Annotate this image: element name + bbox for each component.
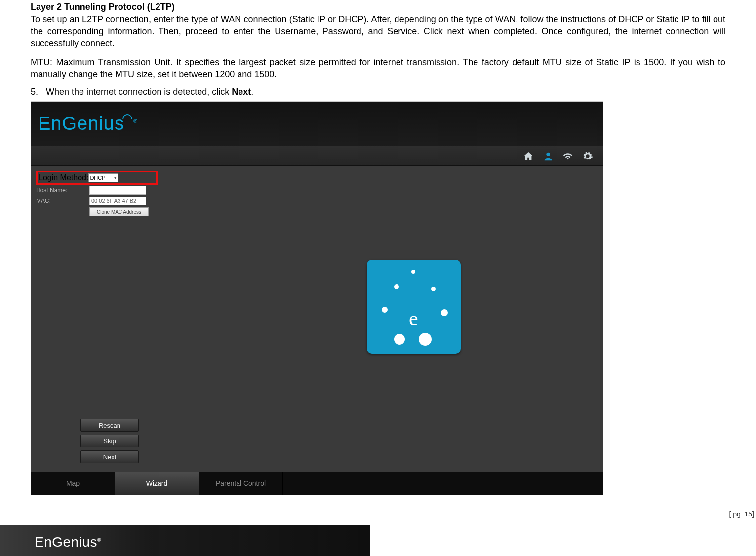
footer-logo: EnGenius®	[35, 534, 101, 550]
page-number: [ pg. 15]	[729, 510, 754, 518]
chevron-down-icon: ▾	[114, 175, 117, 180]
tab-map[interactable]: Map	[31, 472, 115, 495]
tile-dot	[419, 333, 432, 346]
settings-icon[interactable]	[582, 151, 593, 161]
mac-input[interactable]: 00 02 6F A3 47 B2	[89, 197, 146, 205]
paragraph-l2tp: To set up an L2TP connection, enter the …	[31, 13, 725, 49]
rescan-button[interactable]: Rescan	[80, 419, 139, 432]
host-name-input[interactable]	[89, 186, 146, 195]
mac-row: MAC: 00 02 6F A3 47 B2	[36, 196, 184, 206]
clone-row: Clone MAC Address	[36, 206, 184, 217]
step-bold: Next	[232, 87, 251, 97]
next-button[interactable]: Next	[80, 450, 139, 463]
section-heading: Layer 2 Tunneling Protocol (L2TP)	[31, 2, 725, 12]
footer-brand-bar: EnGenius®	[0, 525, 370, 556]
home-icon[interactable]	[523, 151, 534, 161]
registered-mark: ®	[133, 119, 138, 124]
tile-dot	[441, 309, 448, 316]
engenius-tile: e	[367, 260, 461, 354]
wireless-icon[interactable]	[562, 151, 573, 161]
tile-dot	[394, 284, 399, 289]
brand-text: EnGenius	[38, 113, 124, 134]
clone-mac-button[interactable]: Clone MAC Address	[89, 207, 149, 216]
skip-button[interactable]: Skip	[80, 435, 139, 447]
paragraph-mtu: MTU: Maximum Transmission Unit. It speci…	[31, 56, 725, 80]
step-text: When the internet connection is detected…	[46, 87, 232, 97]
step-5: 5. When the internet connection is detec…	[31, 87, 725, 97]
wan-form: Login Method: DHCP ▾ Host Name: MAC: 00 …	[36, 171, 184, 217]
router-ui-screenshot: EnGenius® Login Method: DHCP	[31, 101, 603, 495]
footer-reg-mark: ®	[97, 537, 101, 543]
page-footer: [ pg. 15] EnGenius®	[0, 525, 756, 556]
mac-label: MAC:	[36, 198, 89, 204]
host-name-label: Host Name:	[36, 187, 89, 194]
login-method-label: Login Method:	[39, 173, 88, 182]
host-name-row: Host Name:	[36, 185, 184, 196]
router-header: EnGenius®	[31, 102, 603, 146]
login-method-select[interactable]: DHCP ▾	[88, 173, 118, 182]
login-method-value: DHCP	[90, 175, 105, 181]
footer-brand-text: EnGenius	[35, 534, 97, 550]
action-buttons: Rescan Skip Next	[80, 419, 139, 463]
svg-point-0	[546, 153, 550, 156]
wifi-icon	[122, 114, 131, 123]
step-text-end: .	[251, 87, 253, 97]
tab-parental[interactable]: Parental Control	[199, 472, 283, 495]
tile-dot	[411, 270, 415, 274]
tile-dot	[394, 334, 405, 345]
login-method-highlight: Login Method: DHCP ▾	[36, 171, 158, 185]
brand-logo: EnGenius®	[38, 113, 138, 134]
step-number: 5.	[31, 87, 43, 97]
router-body: Login Method: DHCP ▾ Host Name: MAC: 00 …	[31, 166, 603, 472]
router-bottom-tabs: Map Wizard Parental Control	[31, 472, 603, 495]
tile-dot	[382, 307, 388, 313]
tab-wizard[interactable]: Wizard	[115, 472, 199, 495]
user-icon[interactable]	[543, 151, 554, 161]
router-toolbar	[31, 146, 603, 166]
tile-letter: e	[409, 307, 418, 330]
tile-dot	[431, 287, 436, 291]
